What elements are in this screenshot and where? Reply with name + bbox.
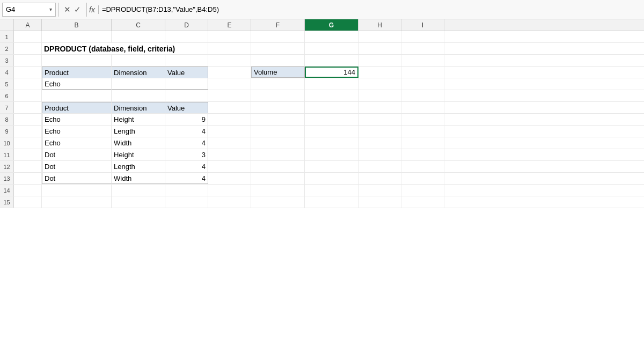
cell-g9[interactable] [305,126,358,137]
cell-g7[interactable] [305,102,358,113]
col-header-d[interactable]: D [165,19,208,31]
col-header-b[interactable]: B [42,19,112,31]
row-header-3[interactable]: 3 [0,55,14,66]
cell-b3[interactable] [42,55,112,66]
cell-d15[interactable] [165,196,208,208]
cell-c8[interactable]: Height [112,114,165,125]
cell-f10[interactable] [251,137,305,149]
cell-h15[interactable] [358,196,401,208]
cell-a2[interactable] [14,43,42,54]
cell-c14[interactable] [112,185,165,196]
cell-d10[interactable]: 4 [165,137,208,149]
cell-b15[interactable] [42,196,112,208]
cell-g2[interactable] [305,43,358,54]
cell-f7[interactable] [251,102,305,113]
cell-d4[interactable]: Value [165,67,208,78]
cell-d3[interactable] [165,55,208,66]
cell-i3[interactable] [401,55,444,66]
cell-i8[interactable] [401,114,444,125]
cell-h11[interactable] [358,149,401,160]
cell-f1[interactable] [251,31,305,42]
cell-g6[interactable] [305,90,358,101]
cell-f5[interactable] [251,78,305,90]
cell-b4[interactable]: Product [42,67,112,78]
cell-d6[interactable] [165,90,208,101]
cell-e15[interactable] [208,196,251,208]
cell-i2[interactable] [401,43,444,54]
cell-i13[interactable] [401,173,444,184]
cell-g1[interactable] [305,31,358,42]
cell-b12[interactable]: Dot [42,161,112,172]
cell-e10[interactable] [208,137,251,149]
cell-g3[interactable] [305,55,358,66]
confirm-icon[interactable]: ✓ [74,5,81,14]
row-header-11[interactable]: 11 [0,149,14,160]
row-header-2[interactable]: 2 [0,43,14,54]
cell-b2-title[interactable]: DPRODUCT (database, field, criteria) [42,43,208,54]
cell-a7[interactable] [14,102,42,113]
cell-c13[interactable]: Width [112,173,165,184]
cell-name-box[interactable]: G4 ▾ [2,3,56,17]
cell-g12[interactable] [305,161,358,172]
cell-e8[interactable] [208,114,251,125]
formula-input[interactable] [102,5,642,13]
cell-g14[interactable] [305,185,358,196]
cell-h13[interactable] [358,173,401,184]
cell-a8[interactable] [14,114,42,125]
row-header-5[interactable]: 5 [0,78,14,90]
cell-h7[interactable] [358,102,401,113]
cell-d14[interactable] [165,185,208,196]
cell-b6[interactable] [42,90,112,101]
cell-h5[interactable] [358,78,401,90]
col-header-i[interactable]: I [401,19,444,31]
cell-b9[interactable]: Echo [42,126,112,137]
cell-e6[interactable] [208,90,251,101]
cell-e13[interactable] [208,173,251,184]
cell-a12[interactable] [14,161,42,172]
col-header-e[interactable]: E [208,19,251,31]
cell-g8[interactable] [305,114,358,125]
cell-i11[interactable] [401,149,444,160]
cell-d7[interactable]: Value [165,102,208,113]
cell-i1[interactable] [401,31,444,42]
cell-e1[interactable] [208,31,251,42]
cell-a4[interactable] [14,67,42,78]
cell-b13[interactable]: Dot [42,173,112,184]
cell-i10[interactable] [401,137,444,149]
cell-h3[interactable] [358,55,401,66]
cell-h6[interactable] [358,90,401,101]
cell-i4[interactable] [401,67,444,78]
cell-h8[interactable] [358,114,401,125]
cell-d8[interactable]: 9 [165,114,208,125]
cell-a3[interactable] [14,55,42,66]
row-header-1[interactable]: 1 [0,31,14,42]
cell-d9[interactable]: 4 [165,126,208,137]
cell-g4-result[interactable]: 144 [305,67,358,78]
cell-f3[interactable] [251,55,305,66]
col-header-a[interactable]: A [14,19,42,31]
cell-a14[interactable] [14,185,42,196]
cell-e11[interactable] [208,149,251,160]
cell-e5[interactable] [208,78,251,90]
cell-a13[interactable] [14,173,42,184]
cell-c15[interactable] [112,196,165,208]
cell-i15[interactable] [401,196,444,208]
cell-b7[interactable]: Product [42,102,112,113]
cell-f15[interactable] [251,196,305,208]
cell-f12[interactable] [251,161,305,172]
cell-b14[interactable] [42,185,112,196]
cell-c1[interactable] [112,31,165,42]
cell-c9[interactable]: Length [112,126,165,137]
cell-c5[interactable] [112,78,165,90]
row-header-12[interactable]: 12 [0,161,14,172]
cell-h10[interactable] [358,137,401,149]
cell-i9[interactable] [401,126,444,137]
row-header-10[interactable]: 10 [0,137,14,149]
cell-f9[interactable] [251,126,305,137]
cell-a9[interactable] [14,126,42,137]
cell-h9[interactable] [358,126,401,137]
cell-a5[interactable] [14,78,42,90]
cell-c3[interactable] [112,55,165,66]
cell-f11[interactable] [251,149,305,160]
cell-c11[interactable]: Height [112,149,165,160]
